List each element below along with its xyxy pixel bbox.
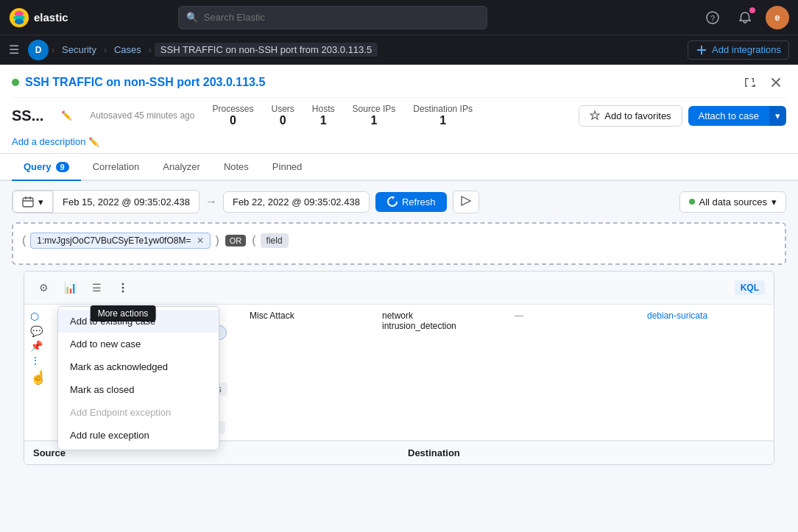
table-icon[interactable]: ☰ xyxy=(86,277,107,298)
stat-processes: Processes 0 xyxy=(212,104,253,127)
attach-to-case-caret[interactable]: ▾ xyxy=(769,106,786,126)
svg-point-11 xyxy=(122,291,124,293)
elastic-logo[interactable]: elastic xyxy=(9,7,68,28)
settings-icon[interactable]: ⚙ xyxy=(33,277,54,298)
more-actions-icon-btn[interactable] xyxy=(113,277,133,298)
filter-pill-close-icon[interactable]: ✕ xyxy=(197,235,204,246)
breadcrumb-bar: ☰ D › Security › Cases › SSH TRAFFIC on … xyxy=(0,35,798,65)
tab-query[interactable]: Query 9 xyxy=(12,154,81,181)
query-filter-row: ( 1:mvJgsjOoC7VBuCSyETe1yw0fO8M= ✕ ) OR … xyxy=(22,233,776,249)
add-to-favorites-button[interactable]: Add to favorites xyxy=(579,105,682,127)
search-bar[interactable]: 🔍 xyxy=(178,6,487,29)
expand-icon[interactable] xyxy=(739,72,760,93)
all-data-sources-label: All data sources xyxy=(699,196,768,208)
notification-icon-btn[interactable] xyxy=(733,6,757,29)
query-block-1: ( 1:mvJgsjOoC7VBuCSyETe1yw0fO8M= ✕ ) xyxy=(22,233,219,249)
header-meta-row: SS... ✏️ Autosaved 45 minutes ago Proces… xyxy=(12,98,786,133)
tabs-bar: Query 9 Correlation Analyzer Notes Pinne… xyxy=(0,154,798,181)
more-actions-tooltip: More actions xyxy=(91,305,156,322)
help-icon-btn[interactable]: ? xyxy=(701,6,724,29)
date-to-display: Feb 22, 2022 @ 09:35:02.438 xyxy=(223,191,370,213)
share-button[interactable] xyxy=(453,191,479,213)
all-data-sources-button[interactable]: All data sources ▾ xyxy=(679,191,787,213)
svg-rect-8 xyxy=(23,198,33,207)
kql-badge[interactable]: KQL xyxy=(735,280,765,295)
date-arrow: → xyxy=(205,195,217,208)
status-dot xyxy=(12,79,19,86)
close-paren: ) xyxy=(215,234,219,247)
message-col: Misc Attack xyxy=(244,305,376,327)
dropdown-item-add-new-case[interactable]: Add to new case xyxy=(58,333,219,355)
calendar-icon-btn[interactable]: ▾ xyxy=(13,191,53,213)
pin-icon[interactable]: 📌 xyxy=(30,340,48,352)
edit-title-icon[interactable]: ✏️ xyxy=(61,110,72,121)
filter-pill-1[interactable]: 1:mvJgsjOoC7VBuCSyETe1yw0fO8M= ✕ xyxy=(30,233,211,249)
title-short: SS... xyxy=(12,107,43,124)
breadcrumb-security[interactable]: Security xyxy=(57,43,101,57)
breadcrumb-sep-3: › xyxy=(149,45,152,55)
breadcrumb-sep-1: › xyxy=(52,45,54,55)
tab-notes[interactable]: Notes xyxy=(212,154,261,181)
svg-point-3 xyxy=(15,18,24,24)
main-area: SSH TRAFFIC on non-SSH port 203.0.113.5 … xyxy=(0,65,798,532)
dropdown-item-add-rule-exception[interactable]: Add rule exception xyxy=(58,424,219,447)
header-icons xyxy=(739,72,786,93)
destination-header: Destination xyxy=(399,441,774,464)
workspace-avatar: D xyxy=(28,40,49,60)
comment-icon[interactable]: 💬 xyxy=(30,325,48,337)
breadcrumb-current: SSH TRAFFIC on non-SSH port from 203.0.1… xyxy=(155,43,378,57)
datasource-chevron-icon: ▾ xyxy=(771,196,777,208)
chart-icon[interactable]: 📊 xyxy=(60,277,80,298)
dropdown-menu: Add to existing case Add to new case Mar… xyxy=(57,306,219,450)
user-avatar[interactable]: e xyxy=(766,6,789,29)
results-toolbar: ⚙ 📊 ☰ More actions KQL xyxy=(24,272,774,305)
search-icon: 🔍 xyxy=(186,12,198,23)
header-top-row: SSH TRAFFIC on non-SSH port 203.0.113.5 xyxy=(12,65,786,98)
stat-users: Users 0 xyxy=(272,104,294,127)
svg-text:?: ? xyxy=(710,13,715,22)
chevron-down-icon: ▾ xyxy=(38,196,43,208)
search-input[interactable] xyxy=(204,12,479,23)
refresh-button[interactable]: Refresh xyxy=(375,192,448,212)
breadcrumb-sep-2: › xyxy=(104,45,107,55)
event-category-col: network intrusion_detection xyxy=(376,305,509,337)
attach-to-case-button[interactable]: Attach to case xyxy=(688,106,769,126)
dropdown-item-mark-acknowledged[interactable]: Mark as acknowledged xyxy=(58,355,219,378)
expand-row-icon[interactable]: ⬡ xyxy=(30,311,48,322)
date-range-picker[interactable]: ▾ Feb 15, 2022 @ 09:35:02.438 xyxy=(12,190,200,213)
query-editor: ( 1:mvJgsjOoC7VBuCSyETe1yw0fO8M= ✕ ) OR … xyxy=(12,222,786,265)
tab-analyzer[interactable]: Analyzer xyxy=(151,154,212,181)
query-block-2: ( field xyxy=(252,233,288,248)
cursor-hand-icon: ☝ xyxy=(30,369,48,386)
event-action-col: — xyxy=(509,305,641,327)
svg-rect-7 xyxy=(697,49,706,51)
edit-desc-icon: ✏️ xyxy=(88,137,99,147)
date-from-display: Feb 15, 2022 @ 09:35:02.438 xyxy=(53,192,199,212)
hamburger-menu[interactable]: ☰ xyxy=(9,43,19,57)
open-paren: ( xyxy=(22,234,26,247)
row-actions: ⬡ 💬 📌 ⋮ ☝ xyxy=(24,305,54,391)
query-area: ▾ Feb 15, 2022 @ 09:35:02.438 → Feb 22, … xyxy=(0,181,798,474)
or-badge: OR xyxy=(225,235,247,247)
stat-hosts: Hosts 1 xyxy=(312,104,335,127)
breadcrumb-cases[interactable]: Cases xyxy=(110,43,146,57)
date-bar: ▾ Feb 15, 2022 @ 09:35:02.438 → Feb 22, … xyxy=(12,190,786,213)
field-label[interactable]: field xyxy=(261,233,289,248)
datasource-status-dot xyxy=(689,199,695,205)
dropdown-item-add-endpoint-exception: Add Endpoint exception xyxy=(58,401,219,424)
attach-to-case-group: Attach to case ▾ xyxy=(688,106,786,126)
query-tab-badge: 9 xyxy=(56,162,69,172)
svg-point-9 xyxy=(122,283,124,285)
close-icon[interactable] xyxy=(766,72,786,93)
page-title: SSH TRAFFIC on non-SSH port 203.0.113.5 xyxy=(25,76,733,89)
add-description-link[interactable]: Add a description ✏️ xyxy=(12,133,786,153)
add-integrations-button[interactable]: Add integrations xyxy=(688,40,789,60)
results-container: ⚙ 📊 ☰ More actions KQL xyxy=(12,271,786,465)
tab-pinned[interactable]: Pinned xyxy=(261,154,314,181)
more-row-icon[interactable]: ⋮ xyxy=(30,355,48,366)
autosaved-text: Autosaved 45 minutes ago xyxy=(90,110,194,121)
more-actions-container: More actions xyxy=(113,277,133,298)
tab-correlation[interactable]: Correlation xyxy=(81,154,152,181)
dropdown-item-mark-closed[interactable]: Mark as closed xyxy=(58,378,219,401)
host-name-col: debian-suricata xyxy=(641,305,774,327)
